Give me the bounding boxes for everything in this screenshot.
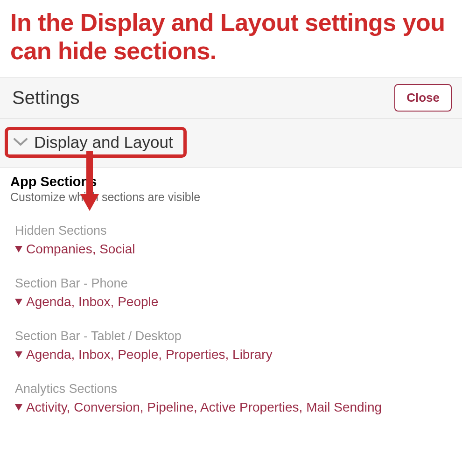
app-sections-title: App Sections	[10, 174, 452, 189]
close-button[interactable]: Close	[394, 84, 452, 112]
group-label: Section Bar - Phone	[15, 276, 452, 291]
group-section-bar-desktop: Section Bar - Tablet / Desktop Agenda, I…	[10, 329, 452, 362]
app-sections-subtitle: Customize which sections are visible	[10, 190, 452, 204]
group-values-text: Companies, Social	[26, 242, 135, 257]
display-layout-toggle[interactable]: Display and Layout	[5, 127, 187, 158]
group-label: Section Bar - Tablet / Desktop	[15, 329, 452, 343]
group-value-row[interactable]: Agenda, Inbox, People, Properties, Libra…	[15, 347, 452, 362]
group-section-bar-phone: Section Bar - Phone Agenda, Inbox, Peopl…	[10, 276, 452, 309]
section-header-row: Display and Layout	[0, 119, 462, 168]
triangle-down-icon	[15, 246, 22, 252]
group-value-row[interactable]: Activity, Conversion, Pipeline, Active P…	[15, 400, 452, 415]
settings-header-bar: Settings Close	[0, 77, 462, 119]
group-label: Analytics Sections	[15, 382, 452, 396]
instruction-caption: In the Display and Layout settings you c…	[0, 0, 462, 77]
group-values-text: Activity, Conversion, Pipeline, Active P…	[26, 400, 382, 415]
triangle-down-icon	[15, 299, 22, 305]
settings-title: Settings	[12, 87, 80, 108]
group-values-text: Agenda, Inbox, People, Properties, Libra…	[26, 347, 273, 362]
group-value-row[interactable]: Companies, Social	[15, 242, 452, 257]
svg-marker-3	[15, 299, 22, 305]
svg-marker-2	[15, 246, 22, 252]
group-analytics-sections: Analytics Sections Activity, Conversion,…	[10, 382, 452, 415]
caption-text: In the Display and Layout settings you c…	[10, 8, 452, 66]
svg-marker-5	[15, 404, 22, 411]
group-values-text: Agenda, Inbox, People	[26, 294, 158, 309]
triangle-down-icon	[15, 351, 22, 358]
group-hidden-sections: Hidden Sections Companies, Social	[10, 224, 452, 257]
content-area: App Sections Customize which sections ar…	[0, 168, 462, 415]
group-value-row[interactable]: Agenda, Inbox, People	[15, 294, 452, 309]
svg-marker-4	[15, 351, 22, 358]
section-header-label: Display and Layout	[34, 133, 173, 152]
chevron-down-icon	[14, 138, 28, 147]
triangle-down-icon	[15, 404, 22, 411]
group-label: Hidden Sections	[15, 224, 452, 238]
